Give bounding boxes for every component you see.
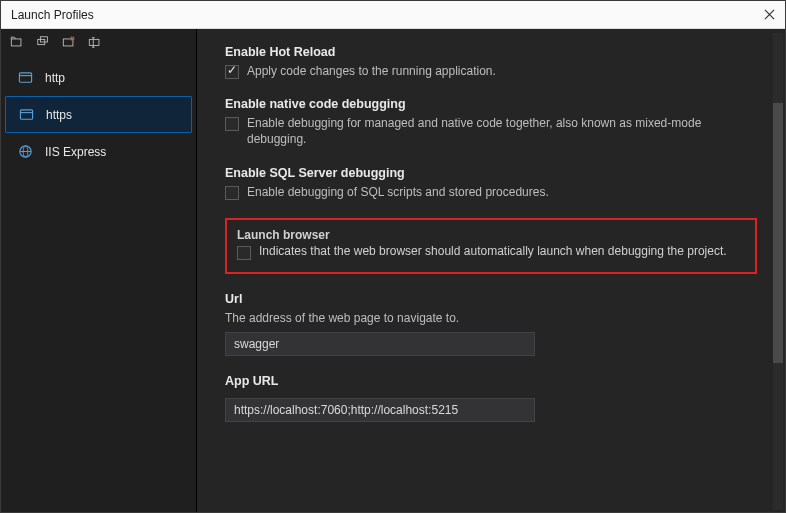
- close-button[interactable]: [761, 7, 777, 23]
- profile-list: http https IIS Express: [1, 55, 196, 170]
- profile-label: https: [46, 108, 72, 122]
- section-sql-debug: Enable SQL Server debugging Enable debug…: [225, 166, 757, 200]
- duplicate-profile-button[interactable]: [35, 34, 51, 50]
- hot-reload-checkbox[interactable]: [225, 65, 239, 79]
- url-input[interactable]: [225, 332, 535, 356]
- sidebar-toolbar: [1, 29, 196, 55]
- vertical-scrollbar[interactable]: [773, 33, 783, 510]
- scroll-thumb[interactable]: [773, 103, 783, 363]
- section-native-debug: Enable native code debugging Enable debu…: [225, 97, 757, 147]
- profile-item-https[interactable]: https: [5, 96, 192, 133]
- svg-rect-8: [89, 39, 99, 45]
- svg-rect-12: [19, 73, 31, 82]
- rename-icon: [88, 35, 102, 49]
- sql-debug-checkbox[interactable]: [225, 186, 239, 200]
- profile-item-http[interactable]: http: [5, 59, 192, 96]
- launch-browser-checkbox[interactable]: [237, 246, 251, 260]
- profile-label: IIS Express: [45, 145, 106, 159]
- section-desc: Apply code changes to the running applic…: [247, 63, 496, 79]
- project-icon: [18, 107, 34, 123]
- section-launch-browser-highlighted: Launch browser Indicates that the web br…: [225, 218, 757, 274]
- profile-item-iis-express[interactable]: IIS Express: [5, 133, 192, 170]
- section-url: Url The address of the web page to navig…: [225, 292, 757, 356]
- rename-profile-button[interactable]: [87, 34, 103, 50]
- section-hot-reload: Enable Hot Reload Apply code changes to …: [225, 45, 757, 79]
- section-title: Enable SQL Server debugging: [225, 166, 757, 180]
- profile-label: http: [45, 71, 65, 85]
- titlebar: Launch Profiles: [1, 1, 785, 29]
- section-title: Enable native code debugging: [225, 97, 757, 111]
- globe-icon: [17, 144, 33, 160]
- delete-folder-icon: [62, 35, 76, 49]
- section-desc: Enable debugging of SQL scripts and stor…: [247, 184, 549, 200]
- project-icon: [17, 70, 33, 86]
- section-title: Enable Hot Reload: [225, 45, 757, 59]
- svg-rect-14: [20, 110, 32, 119]
- section-desc: Indicates that the web browser should au…: [259, 244, 727, 258]
- sidebar: http https IIS Express: [1, 29, 197, 513]
- window-title: Launch Profiles: [11, 8, 94, 22]
- app-url-input[interactable]: [225, 398, 535, 422]
- section-desc: Enable debugging for managed and native …: [247, 115, 757, 147]
- new-profile-button[interactable]: [9, 34, 25, 50]
- section-title: Launch browser: [237, 228, 745, 242]
- new-folder-icon: [10, 35, 24, 49]
- native-debug-checkbox[interactable]: [225, 117, 239, 131]
- section-app-url: App URL: [225, 374, 757, 422]
- content-panel: Enable Hot Reload Apply code changes to …: [197, 29, 785, 513]
- svg-rect-2: [11, 39, 21, 46]
- section-title: App URL: [225, 374, 757, 388]
- copy-folder-icon: [36, 35, 50, 49]
- close-icon: [764, 9, 775, 20]
- delete-profile-button[interactable]: [61, 34, 77, 50]
- section-desc: The address of the web page to navigate …: [225, 310, 757, 326]
- section-title: Url: [225, 292, 757, 306]
